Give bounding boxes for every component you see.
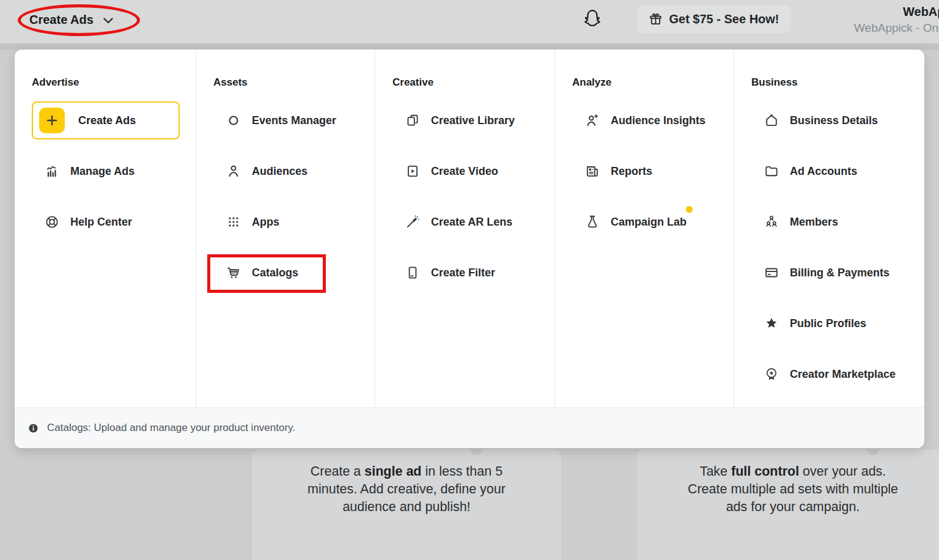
filter-frame-icon xyxy=(405,265,421,281)
column-title-analyze: Analyze xyxy=(572,76,734,89)
menu-item-business-details[interactable]: Business Details xyxy=(734,101,924,139)
menu-item-events-manager[interactable]: Events Manager xyxy=(196,101,375,139)
card-text-bold: full control xyxy=(731,464,799,479)
advanced-create-card-text: Take full control over your ads. Create … xyxy=(687,463,899,516)
menu-item-creative-library[interactable]: Creative Library xyxy=(375,101,554,139)
promo-label: Get $75 - See How! xyxy=(669,12,779,26)
menu-item-label: Apps xyxy=(252,216,279,229)
menu-item-catalogs[interactable]: Catalogs xyxy=(196,254,375,292)
column-assets: Assets Events Manager Audiences xyxy=(196,50,375,407)
menu-item-label: Creative Library xyxy=(431,114,515,127)
single-ad-card[interactable]: Create a single ad in less than 5 minute… xyxy=(252,449,561,560)
menu-item-label: Help Center xyxy=(70,216,132,229)
gift-icon xyxy=(649,12,663,26)
home-icon xyxy=(764,112,779,128)
single-ad-card-text: Create a single ad in less than 5 minute… xyxy=(300,463,513,516)
apps-grid-icon xyxy=(226,214,241,230)
menu-item-label: Billing & Payments xyxy=(790,267,889,279)
menu-item-label: Reports xyxy=(611,165,652,178)
menu-item-create-ads[interactable]: Create Ads xyxy=(32,101,180,139)
card-text-part: Create a xyxy=(311,464,364,479)
folder-icon xyxy=(764,163,779,179)
snapchat-ghost-icon[interactable] xyxy=(582,7,603,31)
menu-item-create-ar-lens[interactable]: Create AR Lens xyxy=(375,203,554,241)
account-org[interactable]: WebAppick - On xyxy=(854,21,938,35)
menu-item-label: Catalogs xyxy=(252,267,298,279)
chevron-down-icon xyxy=(103,18,113,24)
stacked-cards-icon xyxy=(405,112,421,128)
column-title-advertise: Advertise xyxy=(32,76,196,89)
menu-item-members[interactable]: Members xyxy=(734,203,924,241)
menu-item-label: Create AR Lens xyxy=(431,216,512,229)
menu-item-label: Events Manager xyxy=(252,114,336,127)
new-feature-dot xyxy=(686,206,693,213)
column-analyze: Analyze Audience Insights xyxy=(554,50,734,407)
menu-item-campaign-lab[interactable]: Campaign Lab xyxy=(555,203,734,241)
menu-item-billing-payments[interactable]: Billing & Payments xyxy=(734,254,924,292)
members-group-icon xyxy=(764,214,779,230)
menu-item-label: Business Details xyxy=(790,114,878,127)
magic-wand-icon xyxy=(405,214,421,230)
person-plus-icon xyxy=(584,112,600,128)
video-play-icon xyxy=(405,163,421,179)
menu-item-label: Audiences xyxy=(252,165,307,178)
menu-item-label: Ad Accounts xyxy=(790,165,857,178)
promo-button[interactable]: Get $75 - See How! xyxy=(638,6,790,33)
column-title-assets: Assets xyxy=(213,76,375,89)
menu-item-help-center[interactable]: Help Center xyxy=(15,203,196,241)
menu-item-create-filter[interactable]: Create Filter xyxy=(375,254,554,292)
credit-card-icon xyxy=(764,265,779,281)
plus-icon xyxy=(39,108,65,133)
award-badge-icon xyxy=(764,366,779,382)
dim-overlay-strip xyxy=(0,43,939,50)
menu-item-label: Public Profiles xyxy=(790,317,866,330)
menu-item-apps[interactable]: Apps xyxy=(196,203,375,241)
info-icon xyxy=(28,423,39,433)
menu-item-reports[interactable]: Reports xyxy=(555,152,734,190)
help-lifebuoy-icon xyxy=(44,214,60,230)
menu-item-creator-marketplace[interactable]: Creator Marketplace xyxy=(734,355,924,393)
menu-item-label: Create Video xyxy=(431,165,498,178)
menu-item-create-video[interactable]: Create Video xyxy=(375,152,554,190)
menu-item-public-profiles[interactable]: Public Profiles xyxy=(734,304,924,342)
account-name[interactable]: WebAppick xyxy=(903,5,939,19)
column-business: Business Business Details Ad Accounts xyxy=(734,50,924,407)
report-doc-icon xyxy=(584,163,600,179)
advanced-create-card[interactable]: Take full control over your ads. Create … xyxy=(637,449,939,560)
menu-item-label: Campaign Lab xyxy=(611,216,687,229)
events-manager-circle-icon xyxy=(226,112,241,128)
menu-item-manage-ads[interactable]: Manage Ads xyxy=(15,152,196,190)
column-title-creative: Creative xyxy=(392,76,554,89)
cart-icon xyxy=(226,265,241,281)
menu-item-label: Creator Marketplace xyxy=(790,368,896,381)
menu-item-label: Create Ads xyxy=(78,114,136,127)
column-title-business: Business xyxy=(751,76,924,89)
menu-item-audience-insights[interactable]: Audience Insights xyxy=(555,101,734,139)
menu-footer-text: Catalogs: Upload and manage your product… xyxy=(47,422,295,434)
person-icon xyxy=(226,163,241,179)
card-text-part: Take xyxy=(700,464,731,479)
create-ads-menu-toggle[interactable]: Create Ads xyxy=(29,13,113,27)
create-ads-menu-label: Create Ads xyxy=(29,13,94,27)
menu-footer-hint: Catalogs: Upload and manage your product… xyxy=(15,407,924,448)
menu-item-ad-accounts[interactable]: Ad Accounts xyxy=(734,152,924,190)
column-creative: Creative Creative Library xyxy=(375,50,554,407)
manage-ads-chart-icon xyxy=(44,163,60,179)
star-icon xyxy=(764,315,779,331)
card-text-bold: single ad xyxy=(364,464,421,479)
top-bar: Create Ads Get $75 - See How! WebAppick … xyxy=(0,0,939,43)
flask-icon xyxy=(584,214,600,230)
menu-item-label: Audience Insights xyxy=(611,114,705,127)
menu-item-audiences[interactable]: Audiences xyxy=(196,152,375,190)
menu-item-label: Manage Ads xyxy=(70,165,134,178)
menu-item-label: Create Filter xyxy=(431,267,495,279)
menu-item-label: Members xyxy=(790,216,838,229)
column-advertise: Advertise Create Ads Manage Ads xyxy=(15,50,196,407)
mega-menu-panel: Advertise Create Ads Manage Ads xyxy=(15,50,924,448)
